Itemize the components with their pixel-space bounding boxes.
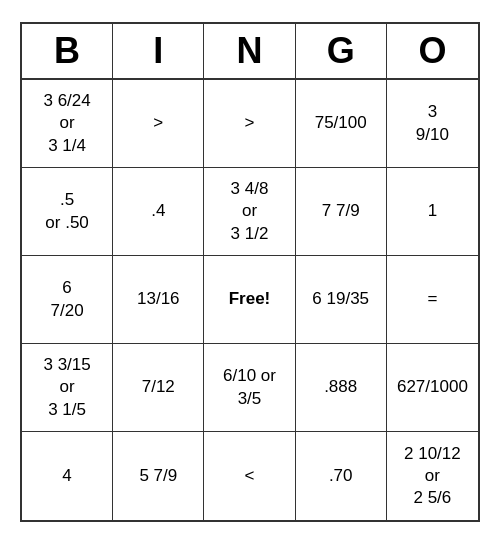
bingo-cell-content: .5or .50 — [45, 189, 88, 233]
bingo-cell-content: 1 — [428, 200, 437, 222]
bingo-grid: 3 6/24or3 1/4>>75/10039/10.5or .50.43 4/… — [22, 80, 478, 520]
bingo-cell-content: 6/10 or3/5 — [223, 365, 276, 409]
bingo-cell-content: 4 — [62, 465, 71, 487]
bingo-cell-content: .888 — [324, 376, 357, 398]
bingo-cell: 7/12 — [113, 344, 204, 432]
bingo-cell-content: .4 — [151, 200, 165, 222]
bingo-header-cell: G — [296, 24, 387, 78]
bingo-cell: > — [113, 80, 204, 168]
bingo-cell-content: 7/12 — [142, 376, 175, 398]
bingo-cell-content: > — [153, 112, 163, 134]
bingo-header-cell: O — [387, 24, 478, 78]
bingo-cell: 2 10/12or2 5/6 — [387, 432, 478, 520]
bingo-cell: 3 3/15or3 1/5 — [22, 344, 113, 432]
bingo-header-cell: B — [22, 24, 113, 78]
bingo-cell: 5 7/9 — [113, 432, 204, 520]
bingo-cell-content: Free! — [229, 288, 271, 310]
bingo-cell: 75/100 — [296, 80, 387, 168]
bingo-cell-content: 3 6/24or3 1/4 — [43, 90, 90, 156]
bingo-cell-content: 3 3/15or3 1/5 — [43, 354, 90, 420]
bingo-cell-content: 5 7/9 — [139, 465, 177, 487]
bingo-cell-content: 2 10/12or2 5/6 — [404, 443, 461, 509]
bingo-cell: 7 7/9 — [296, 168, 387, 256]
bingo-cell-content: 67/20 — [51, 277, 84, 321]
bingo-cell-content: .70 — [329, 465, 353, 487]
bingo-cell-content: 75/100 — [315, 112, 367, 134]
bingo-cell-content: > — [245, 112, 255, 134]
bingo-cell: .888 — [296, 344, 387, 432]
bingo-cell: = — [387, 256, 478, 344]
bingo-cell: > — [204, 80, 295, 168]
bingo-cell: 6/10 or3/5 — [204, 344, 295, 432]
bingo-cell: .5or .50 — [22, 168, 113, 256]
bingo-cell: 39/10 — [387, 80, 478, 168]
bingo-cell: 3 4/8or3 1/2 — [204, 168, 295, 256]
bingo-cell: Free! — [204, 256, 295, 344]
bingo-header-cell: I — [113, 24, 204, 78]
bingo-cell: 13/16 — [113, 256, 204, 344]
bingo-cell-content: 627/1000 — [397, 376, 468, 398]
bingo-cell: < — [204, 432, 295, 520]
bingo-cell: 6 19/35 — [296, 256, 387, 344]
bingo-header-cell: N — [204, 24, 295, 78]
bingo-cell: 627/1000 — [387, 344, 478, 432]
bingo-cell-content: < — [245, 465, 255, 487]
bingo-cell: 3 6/24or3 1/4 — [22, 80, 113, 168]
bingo-cell-content: 7 7/9 — [322, 200, 360, 222]
bingo-header: BINGO — [22, 24, 478, 80]
bingo-cell: .70 — [296, 432, 387, 520]
bingo-card: BINGO 3 6/24or3 1/4>>75/10039/10.5or .50… — [20, 22, 480, 522]
bingo-cell: .4 — [113, 168, 204, 256]
bingo-cell-content: = — [427, 288, 437, 310]
bingo-cell-content: 6 19/35 — [312, 288, 369, 310]
bingo-cell-content: 3 4/8or3 1/2 — [231, 178, 269, 244]
bingo-cell: 1 — [387, 168, 478, 256]
bingo-cell-content: 39/10 — [416, 101, 449, 145]
bingo-cell-content: 13/16 — [137, 288, 180, 310]
bingo-cell: 67/20 — [22, 256, 113, 344]
bingo-cell: 4 — [22, 432, 113, 520]
